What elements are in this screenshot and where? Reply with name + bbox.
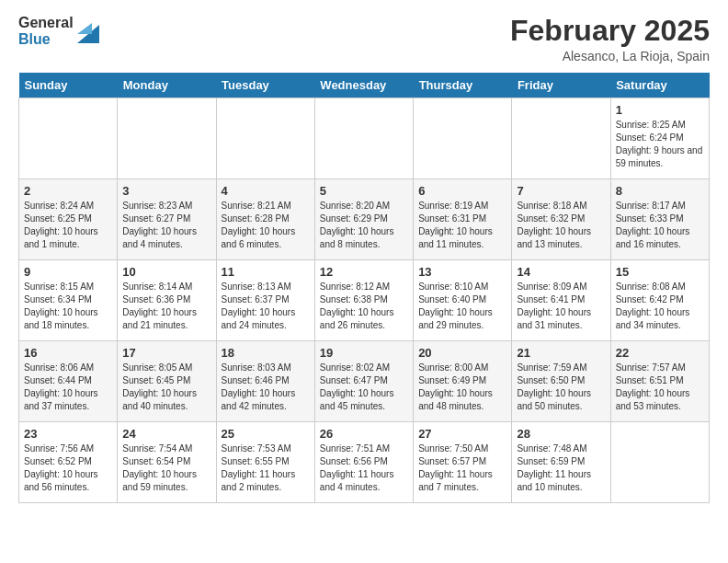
header-friday: Friday	[512, 73, 610, 98]
day-number: 7	[517, 184, 605, 198]
table-row	[216, 98, 314, 179]
cell-info: Sunrise: 8:08 AM Sunset: 6:42 PM Dayligh…	[616, 281, 704, 332]
cell-info: Sunrise: 8:05 AM Sunset: 6:45 PM Dayligh…	[122, 362, 210, 413]
day-number: 11	[222, 265, 310, 279]
table-row: 6Sunrise: 8:19 AM Sunset: 6:31 PM Daylig…	[414, 179, 512, 260]
table-row: 15Sunrise: 8:08 AM Sunset: 6:42 PM Dayli…	[610, 260, 709, 341]
header-saturday: Saturday	[610, 73, 709, 98]
day-number: 3	[122, 184, 210, 198]
table-row: 5Sunrise: 8:20 AM Sunset: 6:29 PM Daylig…	[314, 179, 413, 260]
header-thursday: Thursday	[414, 73, 512, 98]
calendar-week-row: 16Sunrise: 8:06 AM Sunset: 6:44 PM Dayli…	[19, 341, 710, 422]
table-row: 24Sunrise: 7:54 AM Sunset: 6:54 PM Dayli…	[118, 422, 216, 503]
day-number: 1	[616, 103, 704, 117]
day-number: 12	[320, 265, 408, 279]
table-row: 21Sunrise: 7:59 AM Sunset: 6:50 PM Dayli…	[512, 341, 610, 422]
day-number: 15	[616, 265, 704, 279]
day-number: 23	[24, 427, 112, 441]
day-number: 10	[122, 265, 210, 279]
table-row: 22Sunrise: 7:57 AM Sunset: 6:51 PM Dayli…	[610, 341, 709, 422]
table-row	[19, 98, 118, 179]
table-row: 25Sunrise: 7:53 AM Sunset: 6:55 PM Dayli…	[216, 422, 314, 503]
day-number: 18	[222, 346, 310, 360]
svg-marker-1	[77, 23, 92, 34]
day-number: 13	[418, 265, 506, 279]
calendar-week-row: 23Sunrise: 7:56 AM Sunset: 6:52 PM Dayli…	[19, 422, 710, 503]
calendar-week-row: 1Sunrise: 8:25 AM Sunset: 6:24 PM Daylig…	[19, 98, 710, 179]
table-row: 14Sunrise: 8:09 AM Sunset: 6:41 PM Dayli…	[512, 260, 610, 341]
table-row: 27Sunrise: 7:50 AM Sunset: 6:57 PM Dayli…	[414, 422, 512, 503]
table-row: 20Sunrise: 8:00 AM Sunset: 6:49 PM Dayli…	[414, 341, 512, 422]
table-row: 10Sunrise: 8:14 AM Sunset: 6:36 PM Dayli…	[118, 260, 216, 341]
cell-info: Sunrise: 8:21 AM Sunset: 6:28 PM Dayligh…	[222, 200, 310, 251]
header-wednesday: Wednesday	[314, 73, 413, 98]
day-number: 28	[517, 427, 605, 441]
day-number: 24	[122, 427, 210, 441]
table-row: 28Sunrise: 7:48 AM Sunset: 6:59 PM Dayli…	[512, 422, 610, 503]
cell-info: Sunrise: 8:06 AM Sunset: 6:44 PM Dayligh…	[24, 362, 112, 413]
day-number: 5	[320, 184, 408, 198]
table-row	[512, 98, 610, 179]
table-row: 11Sunrise: 8:13 AM Sunset: 6:37 PM Dayli…	[216, 260, 314, 341]
logo: General Blue	[18, 15, 99, 47]
cell-info: Sunrise: 8:14 AM Sunset: 6:36 PM Dayligh…	[122, 281, 210, 332]
table-row	[610, 422, 709, 503]
cell-info: Sunrise: 8:23 AM Sunset: 6:27 PM Dayligh…	[122, 200, 210, 251]
logo-general-text: General	[18, 15, 74, 31]
calendar-subtitle: Alesanco, La Rioja, Spain	[510, 49, 710, 63]
day-number: 9	[24, 265, 112, 279]
cell-info: Sunrise: 7:57 AM Sunset: 6:51 PM Dayligh…	[616, 362, 704, 413]
table-row: 16Sunrise: 8:06 AM Sunset: 6:44 PM Dayli…	[19, 341, 118, 422]
day-number: 16	[24, 346, 112, 360]
cell-info: Sunrise: 8:15 AM Sunset: 6:34 PM Dayligh…	[24, 281, 112, 332]
header-tuesday: Tuesday	[216, 73, 314, 98]
day-number: 25	[222, 427, 310, 441]
day-number: 17	[122, 346, 210, 360]
cell-info: Sunrise: 7:54 AM Sunset: 6:54 PM Dayligh…	[122, 442, 210, 494]
day-number: 14	[517, 265, 605, 279]
calendar-week-row: 2Sunrise: 8:24 AM Sunset: 6:25 PM Daylig…	[19, 179, 710, 260]
cell-info: Sunrise: 8:17 AM Sunset: 6:33 PM Dayligh…	[616, 200, 704, 251]
cell-info: Sunrise: 8:12 AM Sunset: 6:38 PM Dayligh…	[320, 281, 408, 332]
day-number: 8	[616, 184, 704, 198]
cell-info: Sunrise: 8:03 AM Sunset: 6:46 PM Dayligh…	[222, 362, 310, 413]
table-row: 9Sunrise: 8:15 AM Sunset: 6:34 PM Daylig…	[19, 260, 118, 341]
table-row	[118, 98, 216, 179]
table-row: 23Sunrise: 7:56 AM Sunset: 6:52 PM Dayli…	[19, 422, 118, 503]
table-row: 1Sunrise: 8:25 AM Sunset: 6:24 PM Daylig…	[610, 98, 709, 179]
title-block: February 2025 Alesanco, La Rioja, Spain	[510, 15, 710, 63]
cell-info: Sunrise: 7:48 AM Sunset: 6:59 PM Dayligh…	[517, 442, 605, 494]
cell-info: Sunrise: 8:25 AM Sunset: 6:24 PM Dayligh…	[616, 119, 704, 170]
header-sunday: Sunday	[19, 73, 118, 98]
table-row	[314, 98, 413, 179]
calendar-table: Sunday Monday Tuesday Wednesday Thursday…	[18, 73, 710, 503]
cell-info: Sunrise: 8:13 AM Sunset: 6:37 PM Dayligh…	[222, 281, 310, 332]
table-row: 18Sunrise: 8:03 AM Sunset: 6:46 PM Dayli…	[216, 341, 314, 422]
header-monday: Monday	[118, 73, 216, 98]
day-number: 21	[517, 346, 605, 360]
calendar-week-row: 9Sunrise: 8:15 AM Sunset: 6:34 PM Daylig…	[19, 260, 710, 341]
table-row: 13Sunrise: 8:10 AM Sunset: 6:40 PM Dayli…	[414, 260, 512, 341]
calendar-header-row: Sunday Monday Tuesday Wednesday Thursday…	[19, 73, 710, 98]
cell-info: Sunrise: 7:53 AM Sunset: 6:55 PM Dayligh…	[222, 442, 310, 494]
table-row	[414, 98, 512, 179]
cell-info: Sunrise: 7:50 AM Sunset: 6:57 PM Dayligh…	[418, 442, 506, 494]
table-row: 17Sunrise: 8:05 AM Sunset: 6:45 PM Dayli…	[118, 341, 216, 422]
table-row: 8Sunrise: 8:17 AM Sunset: 6:33 PM Daylig…	[610, 179, 709, 260]
table-row: 12Sunrise: 8:12 AM Sunset: 6:38 PM Dayli…	[314, 260, 413, 341]
day-number: 20	[418, 346, 506, 360]
day-number: 26	[320, 427, 408, 441]
day-number: 22	[616, 346, 704, 360]
page-header: General Blue February 2025 Alesanco, La …	[18, 15, 710, 63]
table-row: 2Sunrise: 8:24 AM Sunset: 6:25 PM Daylig…	[19, 179, 118, 260]
cell-info: Sunrise: 8:02 AM Sunset: 6:47 PM Dayligh…	[320, 362, 408, 413]
table-row: 26Sunrise: 7:51 AM Sunset: 6:56 PM Dayli…	[314, 422, 413, 503]
cell-info: Sunrise: 7:51 AM Sunset: 6:56 PM Dayligh…	[320, 442, 408, 494]
day-number: 2	[24, 184, 112, 198]
day-number: 4	[222, 184, 310, 198]
day-number: 6	[418, 184, 506, 198]
cell-info: Sunrise: 8:24 AM Sunset: 6:25 PM Dayligh…	[24, 200, 112, 251]
table-row: 4Sunrise: 8:21 AM Sunset: 6:28 PM Daylig…	[216, 179, 314, 260]
logo-blue-text: Blue	[18, 31, 74, 48]
logo-icon	[77, 16, 99, 43]
